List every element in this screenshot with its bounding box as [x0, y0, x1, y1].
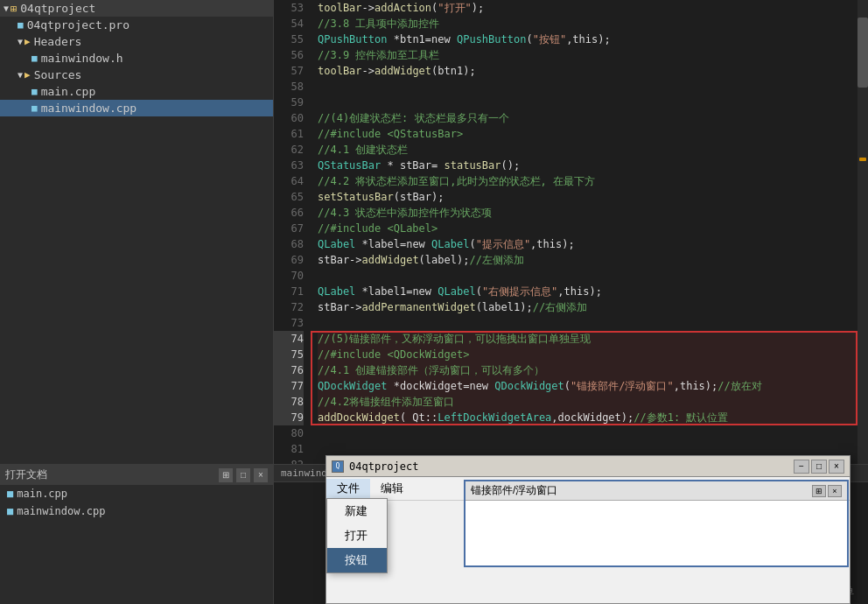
code-editor: 53 54 55 56 57 58 59 60 61 62 63 64 65 6… [274, 0, 868, 464]
header-file-item[interactable]: ■ mainwindow.h [0, 50, 273, 67]
ln-59: 59 [274, 95, 304, 110]
sources-folder-icon: ▶ [24, 69, 31, 81]
code-line-58 [318, 79, 868, 95]
code-line-62: //4.1 创建状态栏 [318, 142, 868, 158]
ln-79: 79 [274, 410, 304, 425]
ln-70: 70 [274, 268, 304, 284]
minimize-button[interactable]: − [794, 460, 809, 474]
ln-71: 71 [274, 284, 304, 299]
open-doc-mainwindow[interactable]: ■ mainwindow.cpp [0, 502, 273, 520]
menu-new[interactable]: 新建 [327, 499, 387, 523]
close-button[interactable]: × [829, 460, 844, 474]
ln-81: 81 [274, 441, 304, 457]
dock-title: 锚接部件/浮动窗口 [471, 483, 557, 498]
ln-64: 64 [274, 173, 304, 189]
file-tree-panel: ▼ ⊞ 04qtproject ■ 04qtproject.pro ▼ ▶ He… [0, 0, 274, 464]
cpp-file-icon-1: ■ [32, 86, 38, 97]
dock-titlebar: 锚接部件/浮动窗口 ⊞ × [466, 481, 847, 501]
open-docs-header: 打开文档 ⊞ □ × [0, 465, 273, 485]
pro-file-item[interactable]: ■ 04qtproject.pro [0, 17, 273, 33]
ln-54: 54 [274, 16, 304, 32]
ln-68: 68 [274, 236, 304, 252]
code-line-80 [318, 425, 868, 441]
cpp-file-icon-2: ■ [32, 102, 38, 114]
code-line-54: //3.8 工具项中添加控件 [318, 16, 868, 32]
ln-75: 75 [274, 347, 304, 362]
ln-80: 80 [274, 425, 304, 441]
dock-widget: 锚接部件/浮动窗口 ⊞ × [464, 480, 849, 567]
ln-76: 76 [274, 362, 304, 378]
open-doc-icon-1: ■ [7, 488, 13, 500]
source-file-main[interactable]: ■ main.cpp [0, 83, 273, 100]
scrollbar-thumb[interactable] [858, 18, 868, 88]
dock-close-btn[interactable]: × [828, 485, 842, 497]
maximize-button[interactable]: □ [811, 460, 827, 474]
ln-53: 53 [274, 0, 304, 16]
source-file-mainwindow[interactable]: ■ mainwindow.cpp [0, 100, 273, 116]
floating-title-left: Q 04qtproject [332, 460, 418, 473]
dock-buttons: ⊞ × [812, 485, 842, 497]
code-content[interactable]: toolBar->addAction("打开"); //3.8 工具项中添加控件… [311, 0, 868, 464]
code-line-66: //4.3 状态栏中添加控件作为状态项 [318, 205, 868, 221]
ln-66: 66 [274, 205, 304, 221]
code-line-60: //(4)创建状态栏: 状态栏最多只有一个 [318, 110, 868, 126]
menu-open[interactable]: 打开 [327, 523, 387, 548]
expand-arrow: ▼ [4, 4, 9, 13]
app-icon: Q [332, 460, 344, 473]
ln-67: 67 [274, 221, 304, 236]
sources-arrow: ▼ [18, 70, 23, 80]
menu-file[interactable]: 文件 [326, 479, 370, 498]
menu-button[interactable]: 按钮 [327, 548, 387, 572]
ln-73: 73 [274, 315, 304, 331]
header-file-icon: ■ [32, 53, 38, 64]
project-name: 04qtproject [20, 2, 95, 15]
floating-window-title: 04qtproject [349, 460, 418, 473]
scrollbar[interactable] [858, 0, 868, 464]
ln-62: 62 [274, 142, 304, 158]
code-line-79: addDockWidget( Qt::LeftDockWidgetArea,do… [318, 410, 868, 425]
dock-float-btn[interactable]: ⊞ [812, 485, 826, 497]
dock-button[interactable]: ⊞ [219, 468, 233, 482]
ln-60: 60 [274, 110, 304, 126]
scroll-highlight-1 [859, 158, 866, 161]
ln-77: 77 [274, 378, 304, 394]
dock-content [466, 501, 847, 565]
code-line-75: //#include <QDockWidget> [318, 347, 868, 362]
code-line-65: setStatusBar(stBar); [318, 189, 868, 205]
code-line-71: QLabel *label1=new QLabel("右侧提示信息",this)… [318, 284, 868, 299]
sources-label: Sources [34, 68, 82, 81]
code-line-73 [318, 315, 868, 331]
pro-file-name: 04qtproject.pro [27, 18, 130, 32]
project-root[interactable]: ▼ ⊞ 04qtproject [0, 0, 273, 17]
ln-72: 72 [274, 299, 304, 315]
code-line-55: QPushButton *btn1=new QPushButton("按钮",t… [318, 32, 868, 47]
header-file-name: mainwindow.h [41, 52, 123, 65]
open-doc-main[interactable]: ■ main.cpp [0, 485, 273, 502]
ln-69: 69 [274, 252, 304, 268]
floating-titlebar: Q 04qtproject − □ × [326, 456, 850, 477]
ln-61: 61 [274, 126, 304, 142]
code-line-77: QDockWidget *dockWidget=new QDockWidget(… [318, 378, 868, 394]
project-icon: ⊞ [10, 3, 17, 15]
open-doc-mainwindow-name: mainwindow.cpp [17, 505, 105, 517]
float-button[interactable]: □ [236, 468, 250, 482]
menu-edit[interactable]: 编辑 [370, 479, 414, 498]
headers-group[interactable]: ▼ ▶ Headers [0, 33, 273, 50]
open-doc-main-name: main.cpp [17, 488, 67, 500]
code-line-68: QLabel *label=new QLabel("提示信息",this); [318, 236, 868, 252]
line-numbers: 53 54 55 56 57 58 59 60 61 62 63 64 65 6… [274, 0, 311, 464]
code-area: 53 54 55 56 57 58 59 60 61 62 63 64 65 6… [274, 0, 868, 464]
code-line-64: //4.2 将状态栏添加至窗口,此时为空的状态栏, 在最下方 [318, 173, 868, 189]
ln-56: 56 [274, 47, 304, 63]
header-buttons: ⊞ □ × [219, 468, 268, 482]
code-line-69: stBar->addWidget(label);//左侧添加 [318, 252, 868, 268]
close-panel-button[interactable]: × [254, 468, 268, 482]
code-line-70 [318, 268, 868, 284]
ln-63: 63 [274, 158, 304, 173]
open-doc-icon-2: ■ [7, 505, 13, 517]
source-file-main-name: main.cpp [41, 85, 96, 98]
ln-65: 65 [274, 189, 304, 205]
file-dropdown: 新建 打开 按钮 [326, 498, 388, 573]
code-line-72: stBar->addPermanentWidget(label1);//右侧添加 [318, 299, 868, 315]
sources-group[interactable]: ▼ ▶ Sources [0, 67, 273, 83]
